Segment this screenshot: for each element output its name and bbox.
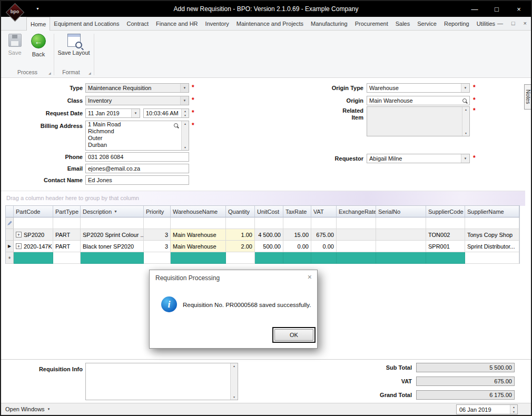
scroll-down-icon[interactable]: ▼ [233, 394, 235, 400]
new-cell-parttype[interactable] [53, 252, 81, 264]
cell-warehousename[interactable]: Main Warehouse [171, 241, 226, 252]
tab-reporting[interactable]: Reporting [440, 17, 473, 30]
filter-cell[interactable] [144, 217, 171, 229]
child-minimize-icon[interactable]: — [497, 20, 503, 26]
col-header-partcode[interactable]: PartCode [14, 206, 53, 217]
spin-down-icon[interactable]: ▼ [510, 410, 517, 414]
search-icon[interactable] [462, 98, 467, 103]
tab-service[interactable]: Service [413, 17, 440, 30]
cell-exchangerate[interactable] [337, 241, 376, 252]
chevron-down-icon[interactable]: ▼ [461, 84, 469, 92]
tab-maintenance-and-projects[interactable]: Maintenance and Projects [233, 17, 307, 30]
cell-description[interactable]: SP2020 Sprint Colour ... [81, 229, 144, 241]
cell-priority[interactable]: 3 [144, 229, 171, 241]
filter-cell[interactable] [14, 217, 53, 229]
requestor-dropdown[interactable]: Abigail Milne ▼ [367, 154, 470, 163]
billing-address-scrollbar[interactable]: ▲ ▼ [181, 121, 189, 150]
col-header-priority[interactable]: Priority [144, 206, 171, 217]
new-cell-partcode[interactable] [14, 252, 53, 264]
cell-parttype[interactable]: PART [53, 229, 81, 241]
tab-inventory[interactable]: Inventory [202, 17, 233, 30]
status-date-spinner[interactable]: 06 Jan 2019 ▲ ▼ [456, 404, 518, 414]
scroll-down-icon[interactable]: ▼ [465, 131, 467, 136]
cell-suppliername[interactable]: Sprint Distributor... [465, 241, 519, 252]
search-icon[interactable] [174, 123, 178, 127]
expand-row-icon[interactable]: + [16, 243, 22, 249]
email-field[interactable]: ejones@email.co.za [85, 164, 189, 173]
col-header-exchangerate[interactable]: ExchangeRate [337, 206, 376, 217]
contact-name-field[interactable]: Ed Jones [85, 175, 189, 185]
new-cell-suppliercode[interactable] [426, 252, 465, 264]
col-header-suppliername[interactable]: SupplierName [465, 206, 519, 217]
new-cell-serialno[interactable] [376, 252, 426, 264]
class-dropdown[interactable]: Inventory ▼ [85, 96, 189, 105]
chevron-down-icon[interactable]: ▼ [461, 154, 469, 163]
new-cell-suppliername[interactable] [465, 252, 519, 264]
tab-home[interactable]: Home [26, 17, 50, 31]
current-row-indicator[interactable]: ▶ [6, 241, 14, 252]
filter-cell[interactable] [311, 217, 337, 229]
process-group-launcher-icon[interactable]: ◢ [48, 71, 51, 75]
filter-cell[interactable] [283, 217, 311, 229]
scroll-down-icon[interactable]: ▼ [184, 145, 186, 150]
related-item-scrollbar[interactable]: ▲ ▼ [462, 107, 469, 136]
window-close-button[interactable]: × [508, 1, 530, 17]
format-group-launcher-icon[interactable]: ◢ [88, 71, 91, 75]
tab-procurement[interactable]: Procurement [351, 17, 392, 30]
cell-quantity[interactable]: 1.00 [226, 229, 255, 241]
spin-down-icon[interactable]: ▼ [182, 113, 189, 117]
related-item-field[interactable]: ▲ ▼ [367, 106, 470, 136]
cell-exchangerate[interactable] [337, 229, 376, 241]
cell-vat[interactable]: 675.00 [311, 229, 337, 241]
col-header-quantity[interactable]: Quantity [226, 206, 255, 217]
col-header-unitcost[interactable]: UnitCost [255, 206, 283, 217]
col-header-serialno[interactable]: SerialNo [376, 206, 426, 217]
requisition-info-scrollbar[interactable]: ▲ ▼ [230, 363, 238, 400]
new-cell-taxrate[interactable] [283, 252, 311, 264]
filter-cell[interactable] [226, 217, 255, 229]
col-header-parttype[interactable]: PartType [53, 206, 81, 217]
filter-cell[interactable] [53, 217, 81, 229]
col-header-vat[interactable]: VAT [311, 206, 337, 217]
cell-suppliercode[interactable]: SPR001 [426, 241, 465, 252]
tab-contract[interactable]: Contract [123, 17, 153, 30]
cell-vat[interactable]: 0.00 [311, 241, 337, 252]
cell-suppliername[interactable]: Tonys Copy Shop [465, 229, 519, 241]
new-cell-warehousename[interactable] [171, 252, 226, 264]
request-time-spinner[interactable]: 10:03:46 AM ▲ ▼ [143, 108, 189, 118]
cell-taxrate[interactable]: 0.00 [283, 241, 311, 252]
scroll-up-icon[interactable]: ▲ [184, 121, 186, 126]
cell-parttype[interactable]: PART [53, 241, 81, 252]
group-by-band[interactable]: Drag a column header here to group by th… [1, 191, 525, 206]
cell-priority[interactable]: 3 [144, 241, 171, 252]
spin-up-icon[interactable]: ▲ [510, 405, 517, 410]
scroll-up-icon[interactable]: ▲ [465, 107, 467, 112]
chevron-down-icon[interactable]: ▼ [180, 96, 189, 105]
filter-cell[interactable] [426, 217, 465, 229]
tab-equipment-and-locations[interactable]: Equipment and Locations [50, 17, 123, 30]
tab-manufacturing[interactable]: Manufacturing [307, 17, 351, 30]
col-header-warehousename[interactable]: WarehouseName [171, 206, 226, 217]
filter-cell[interactable] [171, 217, 226, 229]
filter-cell[interactable] [465, 217, 519, 229]
new-cell-quantity[interactable] [226, 252, 255, 264]
requisition-info-field[interactable]: ▲ ▼ [85, 363, 238, 400]
cell-warehousename[interactable]: Main Warehouse [171, 229, 226, 241]
tab-finance-and-hr[interactable]: Finance and HR [152, 17, 202, 30]
save-layout-button[interactable]: Save Layout [56, 34, 92, 56]
filter-cell[interactable] [81, 217, 144, 229]
origin-type-dropdown[interactable]: Warehouse ▼ [367, 83, 470, 93]
ok-button[interactable]: OK [274, 329, 313, 341]
filter-cell[interactable] [376, 217, 426, 229]
cell-partcode[interactable]: + 2020-147K [14, 241, 53, 252]
tab-sales[interactable]: Sales [392, 17, 414, 30]
spin-up-icon[interactable]: ▲ [182, 109, 189, 113]
col-header-taxrate[interactable]: TaxRate [283, 206, 311, 217]
origin-lookup-field[interactable]: Main Warehouse [367, 96, 470, 105]
row-indicator[interactable] [6, 229, 14, 241]
col-header-description[interactable]: Description▼ [81, 206, 144, 217]
cell-serialno[interactable] [376, 229, 426, 241]
scroll-up-icon[interactable]: ▲ [233, 363, 235, 369]
new-cell-vat[interactable] [311, 252, 337, 264]
window-maximize-button[interactable]: □ [486, 1, 508, 17]
